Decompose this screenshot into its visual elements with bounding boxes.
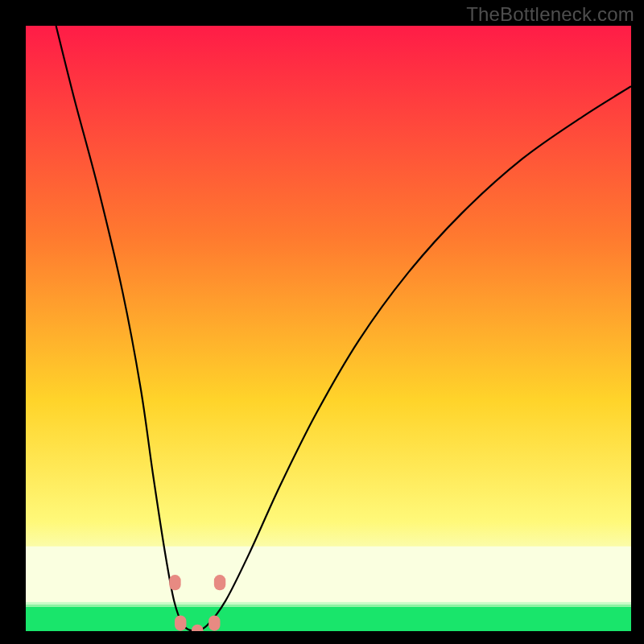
- pale-band: [26, 547, 631, 607]
- watermark-text: TheBottleneck.com: [466, 3, 634, 26]
- curve-marker: [208, 615, 220, 630]
- curve-marker: [169, 575, 180, 590]
- chart-frame: TheBottleneck.com: [0, 0, 644, 644]
- curve-marker: [214, 575, 225, 590]
- curve-marker: [175, 615, 186, 630]
- green-stripe-1: [26, 605, 631, 607]
- green-band: [26, 607, 631, 631]
- gradient-background: [26, 26, 631, 631]
- green-stripe-2: [26, 602, 631, 605]
- plot-area: [26, 26, 631, 631]
- chart-svg: [26, 26, 631, 631]
